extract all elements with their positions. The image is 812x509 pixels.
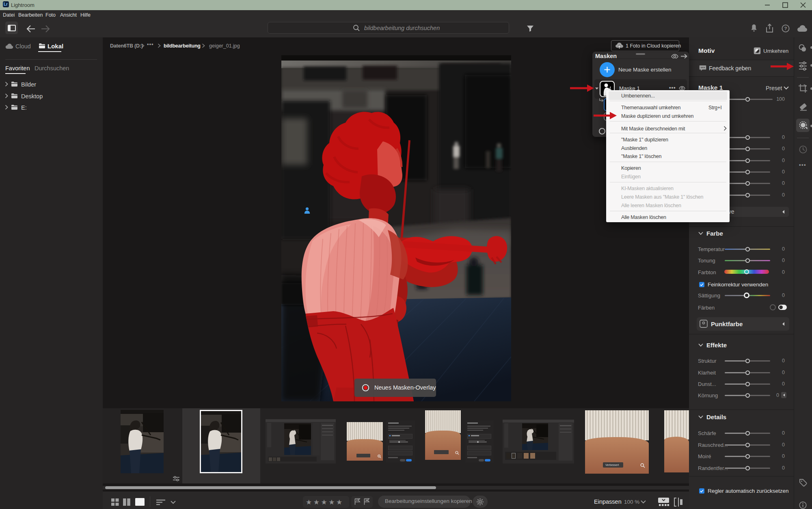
svg-text:?: ?: [784, 26, 787, 31]
